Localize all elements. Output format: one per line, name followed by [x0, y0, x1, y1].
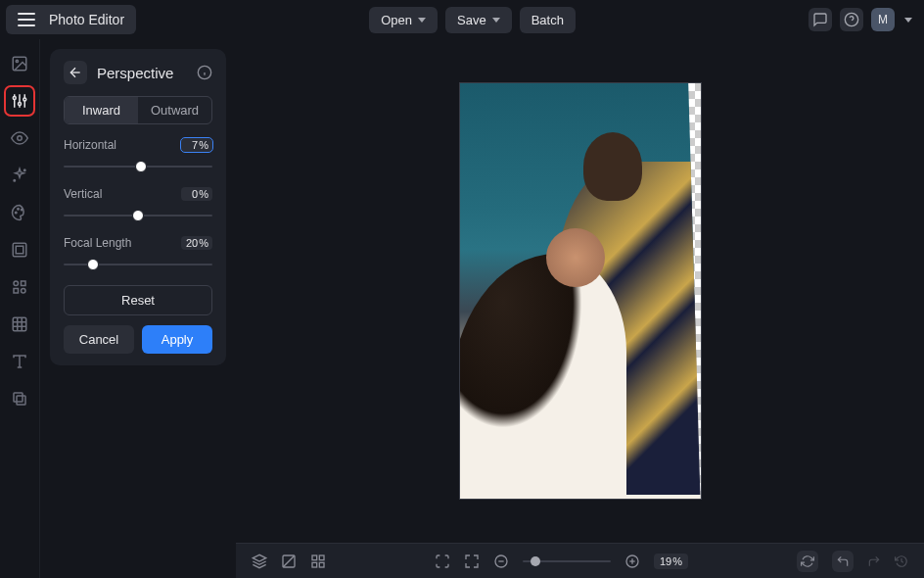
svg-point-9 — [23, 98, 26, 101]
help-icon[interactable] — [840, 8, 863, 31]
compare-icon[interactable] — [281, 554, 297, 569]
undo-icon[interactable] — [832, 551, 854, 572]
back-button[interactable] — [64, 61, 87, 84]
photo-content — [460, 83, 701, 499]
svg-rect-19 — [22, 281, 26, 286]
zoom-value[interactable]: 19% — [654, 554, 688, 569]
tool-rail — [0, 39, 40, 578]
svg-point-14 — [18, 209, 20, 211]
canvas-area: 19% — [236, 39, 924, 578]
history-icon[interactable] — [895, 554, 908, 568]
svg-rect-37 — [312, 562, 317, 567]
open-label: Open — [381, 13, 412, 27]
side-panel: Perspective Inward Outward Horizontal 7% — [40, 39, 236, 578]
comment-icon[interactable] — [808, 8, 832, 31]
stack-icon[interactable] — [252, 554, 267, 569]
svg-rect-17 — [16, 246, 23, 254]
image-frame — [459, 82, 702, 500]
svg-rect-22 — [13, 317, 26, 331]
zoom-in-icon[interactable] — [624, 554, 640, 569]
refresh-icon[interactable] — [797, 551, 818, 572]
cancel-button[interactable]: Cancel — [64, 325, 134, 354]
svg-point-13 — [16, 212, 18, 214]
sparkle-tool-icon[interactable] — [7, 163, 32, 188]
apply-button[interactable]: Apply — [142, 325, 212, 354]
vertical-value[interactable]: 0% — [181, 187, 212, 201]
svg-rect-36 — [319, 562, 324, 567]
svg-rect-20 — [14, 289, 19, 294]
adjustments-tool-icon[interactable] — [7, 88, 32, 114]
account-chevron-icon[interactable] — [904, 18, 912, 23]
svg-point-21 — [22, 289, 26, 294]
svg-rect-26 — [17, 396, 25, 405]
svg-point-11 — [24, 169, 26, 171]
save-label: Save — [457, 13, 486, 27]
svg-marker-31 — [253, 554, 265, 561]
svg-point-15 — [22, 209, 23, 211]
chevron-down-icon — [418, 18, 426, 23]
horizontal-slider[interactable] — [64, 158, 212, 175]
panel-title: Perspective — [97, 65, 187, 81]
canvas-viewport[interactable] — [236, 39, 924, 543]
app-title: Photo Editor — [49, 12, 124, 27]
open-button[interactable]: Open — [369, 7, 438, 33]
svg-point-5 — [13, 97, 16, 100]
svg-point-12 — [14, 180, 16, 182]
info-icon[interactable] — [197, 65, 212, 80]
svg-rect-16 — [13, 243, 26, 257]
horizontal-value[interactable]: 7% — [181, 138, 212, 152]
avatar[interactable]: M — [871, 8, 895, 31]
tab-inward[interactable]: Inward — [65, 97, 138, 123]
palette-tool-icon[interactable] — [7, 200, 32, 225]
svg-line-33 — [283, 555, 295, 567]
horizontal-label: Horizontal — [64, 138, 116, 152]
chevron-down-icon — [492, 18, 500, 23]
frame-tool-icon[interactable] — [7, 237, 32, 263]
eye-tool-icon[interactable] — [7, 125, 32, 151]
tab-outward[interactable]: Outward — [138, 97, 211, 123]
svg-rect-34 — [312, 555, 317, 560]
layers-tool-icon[interactable] — [7, 386, 32, 411]
focal-slider[interactable] — [64, 256, 212, 273]
batch-label: Batch — [531, 13, 564, 27]
direction-tabs: Inward Outward — [64, 96, 212, 124]
image-tool-icon[interactable] — [7, 51, 32, 76]
redo-icon[interactable] — [867, 554, 881, 568]
elements-tool-icon[interactable] — [7, 274, 32, 300]
bottom-toolbar: 19% — [236, 543, 924, 578]
save-button[interactable]: Save — [445, 7, 512, 33]
svg-point-18 — [14, 281, 19, 286]
grid-icon[interactable] — [310, 554, 326, 569]
vertical-label: Vertical — [64, 187, 102, 201]
app-title-chip: Photo Editor — [6, 5, 136, 34]
focal-value[interactable]: 20% — [181, 236, 212, 250]
avatar-initial: M — [878, 13, 888, 26]
texture-tool-icon[interactable] — [7, 312, 32, 337]
fullscreen-icon[interactable] — [435, 554, 450, 569]
svg-rect-35 — [319, 555, 324, 560]
reset-button[interactable]: Reset — [64, 285, 212, 315]
svg-point-3 — [16, 60, 18, 62]
vertical-slider[interactable] — [64, 207, 212, 224]
svg-rect-25 — [14, 393, 23, 402]
topbar: Photo Editor Open Save Batch M — [0, 0, 924, 39]
focal-label: Focal Length — [64, 236, 131, 250]
text-tool-icon[interactable] — [7, 349, 32, 374]
svg-point-10 — [18, 136, 23, 141]
zoom-out-icon[interactable] — [493, 554, 509, 569]
batch-button[interactable]: Batch — [520, 7, 576, 33]
zoom-slider[interactable] — [523, 560, 611, 562]
svg-point-7 — [19, 103, 22, 106]
fit-icon[interactable] — [464, 554, 480, 569]
hamburger-icon[interactable] — [18, 11, 35, 28]
